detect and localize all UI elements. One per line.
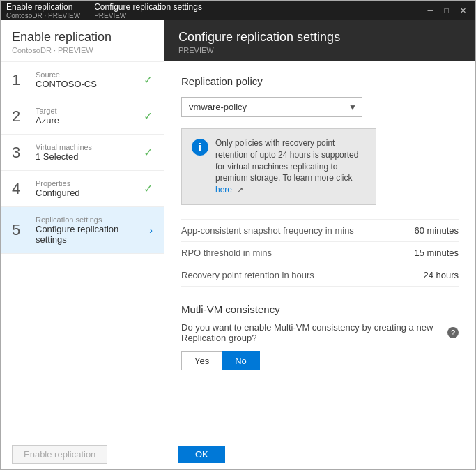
- step-info-4: Properties Configured: [36, 179, 144, 198]
- step-value-1: CONTOSO-CS: [36, 79, 144, 89]
- right-title-section: Configure replication settings PREVIEW: [94, 2, 202, 20]
- title-bar: Enable replication ContosoDR · PREVIEW C…: [1, 1, 475, 20]
- left-title-section: Enable replication ContosoDR · PREVIEW: [6, 2, 80, 20]
- step-info-5: Replication settings Configure replicati…: [36, 215, 149, 245]
- step-check-3: ✓: [144, 146, 153, 159]
- external-link-icon: ↗: [237, 185, 243, 194]
- consistency-question-text: Do you want to enable Multi-VM consisten…: [181, 322, 443, 343]
- consistency-question: Do you want to enable Multi-VM consisten…: [181, 322, 459, 343]
- step-arrow-5: ›: [149, 225, 153, 236]
- settings-value-2: 24 hours: [423, 270, 459, 280]
- step-info-2: Target Azure: [36, 107, 144, 126]
- step-number-1: 1: [12, 71, 31, 89]
- step-value-2: Azure: [36, 115, 144, 126]
- yes-button[interactable]: Yes: [181, 351, 222, 370]
- step-item-3[interactable]: 3 Virtual machines 1 Selected ✓: [1, 135, 164, 171]
- info-box: i Only policies with recovery point rete…: [181, 128, 376, 205]
- consistency-title: Mutli-VM consistency: [181, 303, 459, 315]
- step-value-3: 1 Selected: [36, 151, 144, 162]
- footer-right: OK: [164, 439, 475, 469]
- step-number-4: 4: [12, 180, 31, 198]
- ok-button[interactable]: OK: [178, 446, 225, 463]
- content-subtitle: PREVIEW: [178, 46, 461, 54]
- help-icon[interactable]: ?: [447, 327, 459, 338]
- no-button[interactable]: No: [222, 351, 260, 370]
- settings-row: App-consistent snapshot frequency in min…: [181, 219, 459, 242]
- window-controls: ─ □ ✕: [424, 5, 470, 17]
- step-value-4: Configured: [36, 188, 144, 198]
- sidebar: Enable replication ContosoDR · PREVIEW 1…: [1, 20, 164, 439]
- step-item-5[interactable]: 5 Replication settings Configure replica…: [1, 207, 164, 254]
- sidebar-header: Enable replication ContosoDR · PREVIEW: [1, 20, 164, 62]
- title-bar-left: Enable replication ContosoDR · PREVIEW C…: [6, 2, 202, 20]
- settings-row: RPO threshold in mins 15 minutes: [181, 242, 459, 264]
- sidebar-steps: 1 Source CONTOSO-CS ✓ 2 Target Azure ✓ 3…: [1, 62, 164, 439]
- replication-policy-title: Replication policy: [181, 75, 459, 87]
- step-item-2[interactable]: 2 Target Azure ✓: [1, 98, 164, 135]
- settings-label-0: App-consistent snapshot frequency in min…: [181, 225, 354, 236]
- settings-value-1: 15 minutes: [414, 248, 459, 258]
- left-window-subtitle: ContosoDR · PREVIEW: [6, 12, 80, 20]
- step-value-5: Configure replication settings: [36, 224, 149, 245]
- consistency-section: Mutli-VM consistency Do you want to enab…: [181, 303, 459, 370]
- info-icon: i: [192, 139, 208, 156]
- step-info-3: Virtual machines 1 Selected: [36, 143, 144, 162]
- left-window-title: Enable replication: [6, 2, 80, 12]
- step-label-2: Target: [36, 107, 144, 115]
- step-number-3: 3: [12, 144, 31, 162]
- info-link[interactable]: here: [215, 185, 232, 195]
- step-label-5: Replication settings: [36, 215, 149, 224]
- settings-label-1: RPO threshold in mins: [181, 248, 272, 258]
- yes-no-group: Yes No: [181, 351, 459, 370]
- settings-value-0: 60 minutes: [414, 225, 459, 236]
- policy-dropdown[interactable]: vmware-policy: [181, 97, 362, 117]
- step-info-1: Source CONTOSO-CS: [36, 70, 144, 89]
- maximize-button[interactable]: □: [440, 5, 452, 16]
- policy-dropdown-wrapper: vmware-policy ▼: [181, 97, 362, 117]
- step-number-2: 2: [12, 107, 31, 126]
- sidebar-title: Enable replication: [12, 30, 153, 45]
- step-check-2: ✓: [144, 109, 153, 123]
- enable-replication-button[interactable]: Enable replication: [12, 445, 107, 464]
- step-check-1: ✓: [144, 73, 153, 86]
- footer: Enable replication OK: [1, 439, 475, 469]
- step-label-4: Properties: [36, 179, 144, 188]
- info-text: Only policies with recovery point retent…: [215, 137, 366, 196]
- settings-label-2: Recovery point retention in hours: [181, 270, 314, 280]
- window: Enable replication ContosoDR · PREVIEW C…: [0, 0, 476, 470]
- step-label-1: Source: [36, 70, 144, 79]
- right-window-subtitle: PREVIEW: [94, 12, 202, 20]
- settings-table: App-consistent snapshot frequency in min…: [181, 219, 459, 287]
- sidebar-subtitle: ContosoDR · PREVIEW: [12, 46, 153, 54]
- step-item-4[interactable]: 4 Properties Configured ✓: [1, 171, 164, 207]
- main-content: Enable replication ContosoDR · PREVIEW 1…: [1, 20, 475, 439]
- right-window-title: Configure replication settings: [94, 2, 202, 12]
- minimize-button[interactable]: ─: [424, 5, 437, 16]
- content-title: Configure replication settings: [178, 30, 461, 45]
- step-label-3: Virtual machines: [36, 143, 144, 151]
- step-item-1[interactable]: 1 Source CONTOSO-CS ✓: [1, 62, 164, 98]
- step-check-4: ✓: [144, 182, 153, 195]
- footer-left: Enable replication: [1, 439, 164, 469]
- step-number-5: 5: [12, 221, 31, 239]
- settings-row: Recovery point retention in hours 24 hou…: [181, 264, 459, 287]
- content-header: Configure replication settings PREVIEW: [164, 20, 475, 61]
- content-body: Replication policy vmware-policy ▼ i Onl…: [164, 61, 475, 439]
- content-panel: Configure replication settings PREVIEW R…: [164, 20, 475, 439]
- close-button[interactable]: ✕: [456, 5, 470, 17]
